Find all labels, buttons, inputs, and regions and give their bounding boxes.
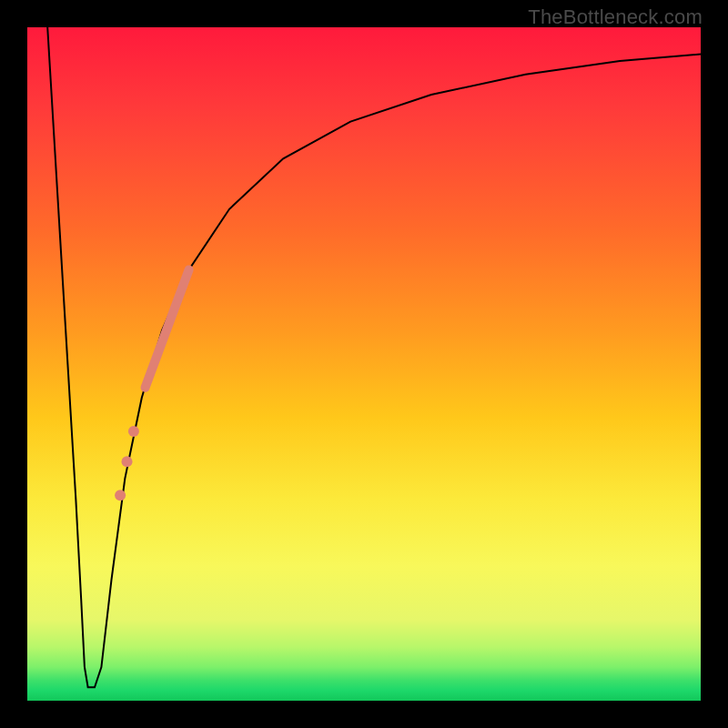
dot-2 bbox=[122, 456, 133, 467]
highlight-dots bbox=[115, 426, 139, 500]
dot-1 bbox=[115, 490, 126, 500]
highlight-segment bbox=[146, 269, 189, 388]
bottleneck-curve bbox=[47, 27, 701, 687]
plot-area bbox=[27, 27, 701, 701]
chart-frame: TheBottleneck.com bbox=[0, 0, 728, 728]
dot-3 bbox=[128, 426, 139, 437]
chart-svg bbox=[27, 27, 701, 701]
watermark-text: TheBottleneck.com bbox=[528, 5, 703, 29]
